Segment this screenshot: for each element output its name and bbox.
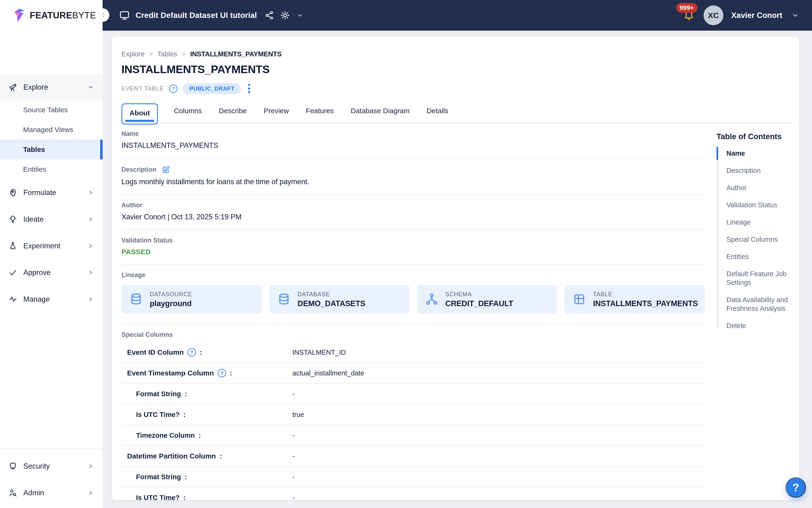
- sidebar-group-experiment[interactable]: Experiment: [0, 232, 102, 259]
- sidebar-item-managed-views[interactable]: Managed Views: [0, 120, 102, 140]
- topbar-user-area: 999+ XC Xavier Conort: [683, 5, 812, 25]
- tab-about[interactable]: About: [122, 103, 158, 125]
- featurebyte-logo-icon: [13, 7, 26, 23]
- flask-icon: [8, 242, 17, 250]
- toc-item-data-availability[interactable]: Data Availability and Freshness Analysis: [717, 296, 795, 313]
- sidebar-item-label: Entities: [23, 165, 46, 173]
- colon: :: [198, 432, 201, 439]
- help-icon[interactable]: ?: [218, 369, 226, 377]
- sidebar-group-label: Ideate: [24, 215, 87, 223]
- sidebar-item-label: Source Tables: [23, 106, 68, 114]
- avatar[interactable]: XC: [704, 5, 723, 25]
- sidebar-item-label: Security: [24, 462, 87, 470]
- lineage-card-schema[interactable]: SCHEMA CREDIT_DEFAULT: [417, 285, 557, 314]
- row-value: INSTALMENT_ID: [292, 348, 346, 356]
- row-label-group: Datetime Partition Column :: [122, 452, 222, 460]
- notifications-button[interactable]: 999+: [683, 9, 694, 22]
- chevron-right-icon: [87, 216, 94, 223]
- help-icon[interactable]: ?: [187, 348, 196, 356]
- share-icon[interactable]: [265, 11, 274, 20]
- row-label: Event Timestamp Column: [127, 369, 214, 377]
- row-label: Is UTC Time?: [136, 494, 180, 500]
- toc-item-name[interactable]: Name: [717, 149, 795, 158]
- sidebar-group-approve[interactable]: Approve: [0, 259, 102, 286]
- section-label: Name: [122, 130, 705, 137]
- lineage-card-text: DATABASE DEMO_DATASETS: [298, 291, 365, 308]
- toc-item-entities[interactable]: Entities: [717, 252, 795, 261]
- main-content: Explore > Tables > INSTALLMENTS_PAYMENTS…: [102, 31, 812, 508]
- lineage-card-table[interactable]: TABLE INSTALLMENTS_PAYMENTS: [565, 285, 705, 314]
- sidebar-item-entities[interactable]: Entities: [0, 160, 102, 179]
- sidebar-item-label: Managed Views: [23, 126, 73, 134]
- chevron-down-icon[interactable]: [297, 12, 303, 18]
- topbar-workspace: Credit Default Dataset UI tutorial: [119, 10, 303, 21]
- sidebar-nav: Explore Source Tables Managed Views Tabl…: [0, 75, 102, 449]
- sidebar-item-admin[interactable]: Admin: [0, 479, 102, 506]
- sidebar-item-security[interactable]: Security: [0, 453, 102, 479]
- tab-describe[interactable]: Describe: [218, 107, 247, 123]
- tab-details[interactable]: Details: [426, 107, 449, 123]
- sidebar-group-manage[interactable]: Manage: [0, 286, 102, 312]
- row-label: Datetime Partition Column: [127, 452, 216, 460]
- monitor-icon: [119, 10, 130, 21]
- lineage-card-text: SCHEMA CREDIT_DEFAULT: [445, 291, 513, 308]
- type-help-icon[interactable]: ?: [169, 84, 178, 93]
- row-label-group: Event Timestamp Column ? :: [122, 369, 232, 377]
- tab-columns[interactable]: Columns: [173, 107, 203, 123]
- lineage-type: TABLE: [593, 291, 697, 298]
- toc-item-description[interactable]: Description: [717, 166, 795, 175]
- breadcrumb-tables[interactable]: Tables: [157, 50, 177, 58]
- head-gear-icon: [8, 188, 17, 197]
- colon: :: [200, 348, 202, 356]
- tab-features[interactable]: Features: [305, 107, 334, 123]
- section-validation-status: Validation Status PASSED: [122, 230, 705, 265]
- colon: :: [220, 452, 222, 460]
- user-search-icon: [8, 489, 17, 497]
- table-row-datetime-partition-column: Datetime Partition Column : -: [122, 446, 705, 467]
- colon: :: [183, 494, 186, 500]
- row-label-group: Event ID Column ? :: [122, 348, 202, 356]
- row-value: -: [292, 390, 295, 398]
- toc-item-author[interactable]: Author: [717, 183, 795, 192]
- chevron-down-icon[interactable]: [792, 12, 799, 19]
- lineage-card-database[interactable]: DATABASE DEMO_DATASETS: [269, 285, 410, 314]
- table-row-event-id-column: Event ID Column ? : INSTALMENT_ID: [122, 342, 705, 363]
- toc-item-lineage[interactable]: Lineage: [717, 218, 795, 227]
- sidebar-item-source-tables[interactable]: Source Tables: [0, 100, 102, 120]
- row-value: -: [292, 452, 295, 460]
- brand-logo[interactable]: FEATUREBYTE: [0, 0, 102, 31]
- question-glyph: ?: [172, 86, 175, 92]
- section-description: Description Logs monthly installments fo…: [122, 159, 705, 195]
- colon: :: [230, 369, 232, 377]
- toc-item-default-feature-job-settings[interactable]: Default Feature Job Settings: [717, 269, 795, 287]
- toc-item-delete[interactable]: Delete: [717, 322, 795, 330]
- row-label: Format String: [136, 473, 181, 481]
- sidebar-group-label: Explore: [24, 83, 87, 91]
- sidebar-item-tables[interactable]: Tables: [0, 140, 102, 160]
- breadcrumb-separator: >: [149, 51, 153, 57]
- lineage-type: SCHEMA: [445, 291, 513, 298]
- toc-item-validation-status[interactable]: Validation Status: [717, 201, 795, 209]
- sidebar-group-ideate[interactable]: Ideate: [0, 206, 102, 232]
- toc-item-special-columns[interactable]: Special Columns: [717, 235, 795, 244]
- telescope-icon: [8, 83, 17, 92]
- about-tab-content: Name INSTALLMENTS_PAYMENTS Description L…: [122, 124, 795, 500]
- sidebar-item-label: Tables: [23, 145, 45, 154]
- section-author: Author Xavier Conort | Oct 13, 2025 5:19…: [122, 195, 705, 230]
- breadcrumb-explore[interactable]: Explore: [122, 50, 144, 58]
- tab-database-diagram[interactable]: Database Diagram: [350, 107, 410, 123]
- lineage-card-datasource[interactable]: DATASOURCE playground: [122, 285, 262, 314]
- help-button[interactable]: ?: [785, 477, 806, 498]
- schema-icon: [425, 293, 438, 306]
- chevron-right-icon: [87, 490, 94, 496]
- tab-preview[interactable]: Preview: [263, 107, 290, 123]
- edit-pencil-icon[interactable]: [162, 165, 170, 174]
- workspace-title: Credit Default Dataset UI tutorial: [136, 11, 257, 20]
- notification-count-badge: 999+: [676, 3, 697, 13]
- gear-icon[interactable]: [280, 10, 290, 20]
- sidebar-group-formulate[interactable]: Formulate: [0, 179, 102, 206]
- kebab-menu-icon[interactable]: [247, 83, 251, 94]
- sidebar-group-label: Experiment: [24, 242, 87, 250]
- sidebar-group-explore[interactable]: Explore: [0, 75, 102, 100]
- section-label: Special Columns: [122, 331, 705, 338]
